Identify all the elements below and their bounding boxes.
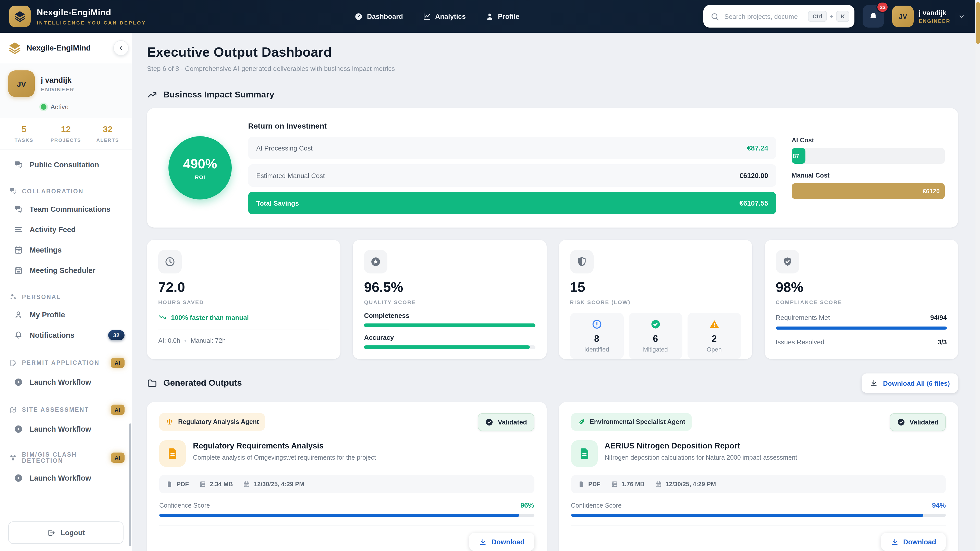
notifications-count-pill: 32 xyxy=(108,330,125,340)
ai-cost-bar: 87 xyxy=(792,148,945,164)
sidebar-stat-tasks: 5TASKS xyxy=(3,124,45,143)
download-button[interactable]: Download xyxy=(881,533,946,551)
map-icon xyxy=(9,406,17,413)
trend-up-icon xyxy=(147,90,157,100)
roi-row-total-savings: Total Savings€6107.55 xyxy=(248,192,776,214)
sidebar-section-personal: PERSONAL xyxy=(0,293,132,300)
ai-badge: AI xyxy=(110,453,124,463)
calendar-icon xyxy=(14,245,23,254)
user-name: j vandijk xyxy=(919,9,950,17)
sidebar-item-launch-workflow[interactable]: Launch Workflow xyxy=(0,372,132,392)
outputs-row: Regulatory Analysis AgentValidatedRegula… xyxy=(147,402,958,551)
file-icon xyxy=(166,481,173,488)
business-impact-section-header: Business Impact Summary xyxy=(147,90,958,100)
star-circle-icon xyxy=(364,250,388,273)
calendar-check-icon xyxy=(14,266,23,275)
app-window: Nexgile-EngiMind INTELLIGENCE YOU CAN DE… xyxy=(0,0,980,551)
shield-check-icon xyxy=(776,250,799,273)
download-icon xyxy=(479,538,487,546)
download-button[interactable]: Download xyxy=(469,533,534,551)
download-all-button[interactable]: Download All (6 files) xyxy=(862,373,958,393)
sidebar-collapse-button[interactable] xyxy=(113,40,129,56)
quality-bar-label: Accuracy xyxy=(364,333,535,341)
user-menu[interactable]: JV j vandijk ENGINEER xyxy=(892,6,966,27)
sidebar-item-launch-workflow[interactable]: Launch Workflow xyxy=(0,468,132,488)
logout-button[interactable]: Logout xyxy=(8,521,124,544)
manual-cost-bar: €6120 xyxy=(792,183,945,199)
confidence-bar xyxy=(571,514,946,517)
sidebar-logo-icon xyxy=(8,41,21,54)
metric-label: QUALITY SCORE xyxy=(364,299,535,305)
calendar-icon xyxy=(243,481,250,488)
search-input[interactable]: Search projects, docume Ctrl + K xyxy=(703,5,854,27)
metric-value: 72.0 xyxy=(158,279,329,295)
confidence-value: 96% xyxy=(520,502,534,509)
chat-icon xyxy=(14,205,23,214)
risk-tile-mitigated: 6Mitigated xyxy=(628,313,682,359)
sidebar-stats: 5TASKS12PROJECTS32ALERTS xyxy=(0,118,132,149)
topnav-item-dashboard[interactable]: Dashboard xyxy=(354,12,403,21)
brand-title: Nexgile-EngiMind xyxy=(37,7,146,17)
warn-triangle-icon xyxy=(689,319,739,330)
roi-label: ROI xyxy=(195,174,205,180)
shield-icon xyxy=(570,250,593,273)
notifications-count-badge: 33 xyxy=(877,2,889,13)
top-navbar: Nexgile-EngiMind INTELLIGENCE YOU CAN DE… xyxy=(0,0,975,33)
sidebar-item-activity-feed[interactable]: Activity Feed xyxy=(0,219,132,240)
compliance-bar xyxy=(776,327,947,330)
lines-icon xyxy=(14,225,23,234)
output-description: Nitrogen deposition calculations for Nat… xyxy=(605,454,797,461)
page-scrollbar[interactable] xyxy=(975,0,980,551)
chart-icon xyxy=(422,12,431,21)
person-icon xyxy=(485,12,494,21)
scale-icon xyxy=(165,418,173,426)
agent-chip: Environmental Specialist Agent xyxy=(571,413,691,430)
generated-outputs-header: Generated Outputs Download All (6 files) xyxy=(147,373,958,393)
database-icon xyxy=(611,481,618,488)
sidebar-item-meeting-scheduler[interactable]: Meeting Scheduler xyxy=(0,260,132,281)
output-card-green: Environmental Specialist AgentValidatedA… xyxy=(558,402,958,551)
output-title: Regulatory Requirements Analysis xyxy=(193,441,376,451)
sidebar-user-name: j vandijk xyxy=(41,75,75,84)
sidebar-item-meetings[interactable]: Meetings xyxy=(0,240,132,260)
kbd-plus: + xyxy=(830,13,833,19)
manual-cost-label: Manual Cost xyxy=(792,172,945,179)
user-gear-icon xyxy=(9,293,17,300)
sidebar-section-site-assessment: SITE ASSESSMENTAI xyxy=(0,405,132,415)
chat-icon xyxy=(9,187,17,195)
sidebar-stat-projects: 12PROJECTS xyxy=(45,124,87,143)
sidebar-item-public-consultation[interactable]: Public Consultation xyxy=(0,155,132,175)
manual-cost-bar-fill: €6120 xyxy=(792,183,945,199)
topnav-item-analytics[interactable]: Analytics xyxy=(422,12,466,21)
sidebar-section-collaboration: COLLABORATION xyxy=(0,187,132,195)
agent-chip: Regulatory Analysis Agent xyxy=(159,413,265,430)
sidebar-item-launch-workflow[interactable]: Launch Workflow xyxy=(0,419,132,439)
sidebar-scrollbar-thumb[interactable] xyxy=(129,424,131,546)
sidebar-item-team-communications[interactable]: Team Communications xyxy=(0,199,132,219)
quality-bar xyxy=(364,345,535,349)
play-icon xyxy=(14,378,23,387)
sidebar-stat-alerts: 32ALERTS xyxy=(87,124,129,143)
output-title: AERIUS Nitrogen Deposition Report xyxy=(605,441,797,451)
roi-row-ai-processing-cost: AI Processing Cost€87.24 xyxy=(248,137,776,159)
trend-note: 100% faster than manual xyxy=(158,313,329,321)
check-circle-icon xyxy=(631,319,680,330)
risk-tile-open: 2Open xyxy=(687,313,741,359)
topnav-item-profile[interactable]: Profile xyxy=(485,12,519,21)
page-scrollbar-thumb[interactable] xyxy=(976,2,980,44)
calendar-icon xyxy=(655,481,662,488)
sidebar-user-card: JV j vandijk ENGINEER Active xyxy=(0,63,132,118)
metric-cards-row: 72.0HOURS SAVED100% faster than manualAI… xyxy=(147,240,958,359)
sidebar-item-my-profile[interactable]: My Profile xyxy=(0,305,132,325)
sidebar-item-notifications[interactable]: Notifications32 xyxy=(0,325,132,345)
quality-bar-label: Completeness xyxy=(364,312,535,319)
risk-tile-identified: 8Identified xyxy=(570,313,624,359)
notifications-button[interactable]: 33 xyxy=(862,5,884,27)
file-date: 12/30/25, 4:29 PM xyxy=(655,481,716,488)
topnav-menu: DashboardAnalyticsProfile xyxy=(354,12,519,21)
metric-card-quality: 96.5%QUALITY SCORECompletenessAccuracy xyxy=(353,240,547,359)
file-meta-bar: PDF2.34 MB12/30/25, 4:29 PM xyxy=(159,475,534,493)
metric-card-compliance: 98%COMPLIANCE SCORERequirements Met94/94… xyxy=(765,240,958,359)
roi-heading: Return on Investment xyxy=(248,121,776,130)
sidebar-avatar: JV xyxy=(8,70,35,97)
